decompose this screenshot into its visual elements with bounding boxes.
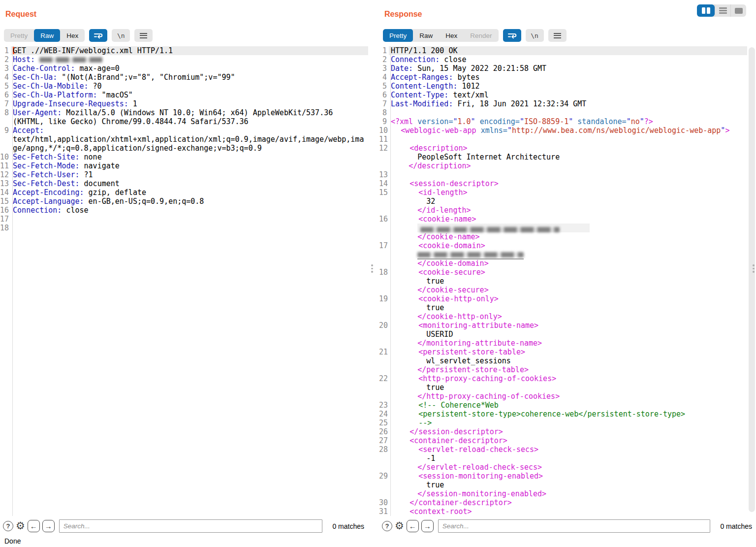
search-next-button[interactable]: →: [42, 520, 55, 532]
request-editor[interactable]: 1GET .//WEB-INF/weblogic.xml HTTP/1.12Ho…: [0, 46, 368, 516]
line-number: 2: [0, 55, 11, 64]
code-line: 10 <weblogic-web-app xmlns="http://www.b…: [379, 126, 747, 135]
response-menu-button[interactable]: [548, 29, 567, 42]
code-line: 18: [0, 224, 368, 232]
code-line: </cookie-secure>: [379, 286, 747, 294]
line-content: <persistent-store-type>coherence-web</pe…: [390, 410, 747, 418]
response-toolbar: PrettyRawHexRender \n: [383, 29, 567, 42]
line-number: [0, 135, 11, 144]
code-line: 6Content-Type: text/xml: [379, 91, 747, 99]
line-number: 10: [0, 153, 11, 161]
line-content: (KHTML, like Gecko) Chrome/99.0.4844.74 …: [11, 117, 368, 126]
line-content: </cookie-http-only>: [389, 312, 747, 321]
line-number: 22: [379, 374, 390, 383]
line-content: Accept:: [11, 126, 368, 135]
code-line: 15Accept-Language: en-GB,en-US;q=0.9,en;…: [0, 197, 368, 206]
newline-toggle-button[interactable]: \n: [112, 29, 130, 42]
newline-label: \n: [117, 32, 125, 39]
code-line: 9<?xml version="1.0" encoding="ISO-8859-…: [379, 117, 747, 126]
line-content: true: [389, 481, 747, 489]
search-prev-button[interactable]: ←: [28, 520, 40, 532]
line-content: </session-monitoring-enabled>: [389, 489, 747, 498]
code-line: 18 <cookie-secure>: [379, 268, 747, 277]
request-toolbar: PrettyRawHex \n: [4, 29, 153, 42]
line-number: [379, 161, 389, 170]
line-content: <container-descriptor>: [390, 436, 747, 445]
line-content: </id-length>: [389, 206, 747, 215]
line-content: Connection: close: [11, 206, 368, 215]
line-number: [379, 232, 389, 241]
line-number: [379, 259, 389, 268]
line-content: [389, 224, 747, 232]
line-content: Sec-Ch-Ua: "(Not(A:Brand";v="8", "Chromi…: [11, 73, 368, 82]
line-content: [390, 135, 747, 144]
line-content: <session-descriptor>: [390, 179, 747, 188]
response-editor[interactable]: 1HTTP/1.1 200 OK2Connection: close3Date:…: [379, 46, 747, 516]
response-tab-render[interactable]: Render: [464, 29, 498, 42]
line-number: 7: [0, 99, 11, 108]
request-tab-pretty[interactable]: Pretty: [4, 29, 34, 42]
code-line: true: [379, 383, 747, 392]
code-line: 11Sec-Fetch-Mode: navigate: [0, 161, 368, 170]
wrap-toggle-button[interactable]: [89, 29, 107, 42]
line-number: 14: [0, 188, 11, 197]
line-number: [379, 250, 389, 259]
request-search-input[interactable]: [59, 519, 322, 533]
settings-gear-icon[interactable]: ⚙: [395, 521, 404, 531]
help-icon[interactable]: ?: [382, 521, 392, 531]
newline-toggle-button[interactable]: \n: [526, 29, 544, 42]
code-line: 19 <cookie-http-only>: [379, 294, 747, 303]
line-content: </description>: [389, 161, 747, 170]
request-tab-group: PrettyRawHex: [4, 29, 85, 42]
code-line: true: [379, 277, 747, 286]
code-line: </http-proxy-caching-of-cookies>: [379, 392, 747, 401]
line-content: <id-length>: [390, 188, 747, 197]
search-prev-button[interactable]: ←: [407, 520, 419, 532]
search-next-button[interactable]: →: [421, 520, 434, 532]
request-tab-hex[interactable]: Hex: [60, 29, 85, 42]
response-tab-raw[interactable]: Raw: [413, 29, 439, 42]
response-tab-group: PrettyRawHexRender: [383, 29, 499, 42]
code-line: 25 -->: [379, 418, 747, 427]
window-edge-grip[interactable]: [752, 264, 755, 273]
line-number: 1: [379, 46, 389, 55]
line-number: 26: [379, 427, 390, 436]
line-content: [389, 108, 747, 117]
request-tab-raw[interactable]: Raw: [34, 29, 60, 42]
line-number: 17: [379, 241, 390, 250]
redacted-value: [39, 57, 102, 63]
line-number: 11: [0, 161, 11, 170]
code-line: 14 <session-descriptor>: [379, 179, 747, 188]
line-content: Cache-Control: max-age=0: [11, 64, 368, 73]
help-icon[interactable]: ?: [3, 521, 13, 531]
line-number: [379, 454, 389, 463]
line-number: 21: [379, 348, 390, 356]
line-number: [379, 481, 389, 489]
code-line: 5Content-Length: 1012: [379, 82, 747, 91]
response-search-input[interactable]: [438, 519, 710, 533]
request-title: Request: [5, 10, 36, 19]
request-match-count: 0 matches: [325, 522, 365, 530]
settings-gear-icon[interactable]: ⚙: [16, 521, 25, 531]
line-content: -->: [390, 418, 747, 427]
line-content: Connection: close: [389, 55, 747, 64]
line-number: [379, 286, 389, 294]
code-line: </cookie-http-only>: [379, 312, 747, 321]
wrap-toggle-button[interactable]: [503, 29, 521, 42]
response-tab-hex[interactable]: Hex: [439, 29, 464, 42]
response-tab-pretty[interactable]: Pretty: [383, 29, 413, 42]
code-line: 7Upgrade-Insecure-Requests: 1: [0, 99, 368, 108]
code-line: USERID: [379, 330, 747, 339]
code-line: 11: [379, 135, 747, 144]
response-scrollbar[interactable]: [749, 47, 755, 512]
line-content: <context-root>: [390, 507, 747, 516]
line-number: 17: [0, 215, 11, 224]
line-number: [379, 489, 389, 498]
line-number: [379, 463, 389, 472]
response-match-count: 0 matches: [713, 522, 753, 530]
line-number: 10: [379, 126, 390, 135]
request-menu-button[interactable]: [134, 29, 153, 42]
pane-divider-grip[interactable]: [371, 264, 374, 273]
line-number: [0, 144, 11, 153]
line-number: [379, 303, 389, 312]
